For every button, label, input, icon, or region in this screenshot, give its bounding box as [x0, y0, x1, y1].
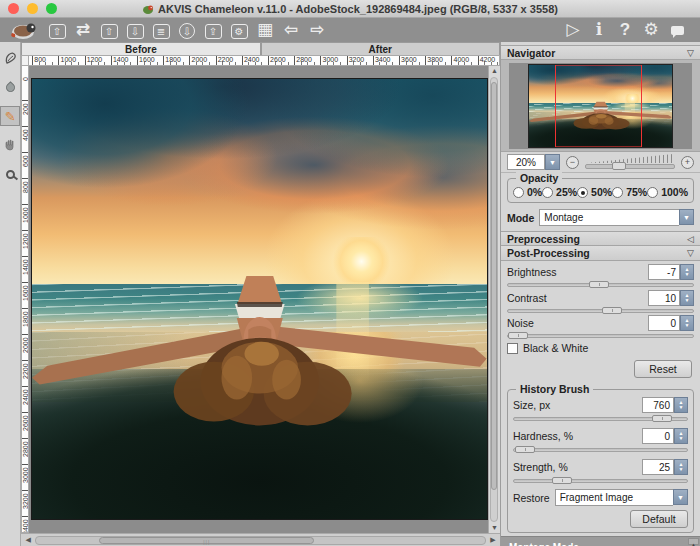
strength-stepper[interactable]: ▲▼ — [674, 459, 688, 475]
contrast-value[interactable]: 10 — [648, 290, 680, 306]
brightness-value[interactable]: -7 — [648, 264, 680, 280]
import-icon[interactable]: ⇩ — [174, 21, 200, 41]
preferences-icon[interactable]: ⚙ — [638, 20, 664, 40]
mode-dropdown-button[interactable]: ▼ — [679, 209, 694, 225]
zoom-in-button[interactable]: + — [681, 156, 694, 169]
opacity-radio-100[interactable]: 100% — [647, 186, 688, 198]
postprocessing-collapse-icon[interactable]: ▽ — [687, 248, 694, 258]
v-ruler-label: 2000 — [22, 337, 29, 361]
contrast-spinner[interactable]: 10 ▲▼ — [648, 290, 694, 306]
droplet-icon — [4, 81, 17, 94]
h-ruler-label: 2400 — [242, 56, 260, 66]
v-ruler-label: 3200 — [22, 493, 29, 517]
scroll-down-icon[interactable]: ▼ — [489, 523, 499, 533]
minimize-window-button[interactable] — [27, 3, 38, 14]
vertical-scrollbar[interactable]: ▲ ▼ — [488, 66, 500, 533]
strength-slider[interactable] — [513, 477, 688, 485]
noise-label: Noise — [507, 317, 534, 329]
undo-icon[interactable]: ⇦ — [278, 19, 304, 39]
history-brush-icon: ✎ — [5, 109, 16, 124]
export-fragment-icon[interactable]: ⇪ — [200, 21, 226, 41]
zoom-slider[interactable] — [585, 154, 675, 170]
zoom-value-field[interactable]: 20% — [507, 154, 545, 170]
brightness-label: Brightness — [507, 266, 557, 278]
size-value[interactable]: 760 — [642, 397, 674, 413]
mode-dropdown[interactable]: Montage ▼ — [539, 209, 694, 226]
brightness-stepper[interactable]: ▲▼ — [680, 264, 694, 280]
brightness-spinner[interactable]: -7 ▲▼ — [648, 264, 694, 280]
vertical-scroll-thumb[interactable] — [491, 82, 497, 490]
navigator-view-frame[interactable] — [555, 65, 642, 147]
reset-button[interactable]: Reset — [634, 360, 692, 378]
open-image-icon[interactable]: ⇧ — [44, 21, 70, 41]
zoom-dropdown-button[interactable]: ▼ — [545, 154, 560, 170]
guide-lines-icon[interactable]: ▦ — [252, 19, 278, 39]
hint-scroll-up-icon[interactable]: ▲ — [691, 539, 697, 546]
brightness-slider[interactable] — [507, 281, 694, 285]
size-stepper[interactable]: ▲▼ — [674, 397, 688, 413]
black-white-row: Black & White — [501, 338, 700, 356]
black-white-checkbox[interactable] — [507, 343, 518, 354]
size-spinner[interactable]: 760 ▲▼ — [642, 397, 688, 413]
noise-spinner[interactable]: 0 ▲▼ — [648, 315, 694, 331]
scroll-up-icon[interactable]: ▲ — [489, 66, 499, 76]
save-image-icon[interactable]: ⇩ — [122, 21, 148, 41]
horizontal-scroll-thumb[interactable] — [99, 537, 314, 544]
traffic-lights — [8, 3, 57, 14]
contrast-slider[interactable] — [507, 307, 694, 311]
hint-scrollbar[interactable]: ▲ ▼ — [688, 538, 699, 545]
redo-icon[interactable]: ⇨ — [304, 19, 330, 39]
zoom-slider-handle[interactable] — [612, 162, 626, 170]
open-fragment-icon[interactable]: ⇧ — [96, 21, 122, 41]
scroll-right-icon[interactable]: ▶ — [488, 535, 498, 545]
zoom-out-button[interactable]: − — [566, 156, 579, 169]
opacity-options: 0%25%50%75%100% — [513, 186, 688, 198]
horizontal-scrollbar[interactable]: ◀ ▶ — [21, 533, 500, 546]
hardness-spinner[interactable]: 0 ▲▼ — [642, 428, 688, 444]
smudge-tool[interactable] — [0, 48, 20, 68]
tab-after[interactable]: After — [261, 42, 500, 55]
close-window-button[interactable] — [8, 3, 19, 14]
hardness-slider[interactable] — [513, 446, 688, 454]
hardness-value[interactable]: 0 — [642, 428, 674, 444]
mode-label: Mode — [507, 212, 534, 224]
run-icon[interactable]: ▷ — [560, 20, 586, 40]
blur-tool[interactable] — [0, 77, 20, 97]
default-button[interactable]: Default — [630, 510, 688, 528]
noise-slider[interactable] — [507, 332, 694, 336]
history-brush-tool[interactable]: ✎ — [0, 106, 20, 126]
strength-value[interactable]: 25 — [642, 459, 674, 475]
feedback-icon[interactable] — [664, 21, 690, 41]
noise-value[interactable]: 0 — [648, 315, 680, 331]
contrast-stepper[interactable]: ▲▼ — [680, 290, 694, 306]
opacity-radio-25[interactable]: 25% — [542, 186, 577, 198]
noise-stepper[interactable]: ▲▼ — [680, 315, 694, 331]
size-slider[interactable] — [513, 415, 688, 423]
zoom-window-button[interactable] — [46, 3, 57, 14]
tab-before[interactable]: Before — [21, 42, 260, 55]
print-icon[interactable]: ≣ — [148, 21, 174, 41]
restore-dropdown-button[interactable]: ▼ — [673, 489, 688, 505]
opacity-radio-75[interactable]: 75% — [612, 186, 647, 198]
postprocessing-header[interactable]: Post-Processing ▽ — [501, 246, 700, 261]
navigator-title: Navigator — [507, 47, 555, 59]
info-icon[interactable]: ℹ — [586, 20, 612, 40]
hardness-stepper[interactable]: ▲▼ — [674, 428, 688, 444]
swap-images-icon[interactable]: ⇄ — [70, 19, 96, 39]
hand-tool[interactable] — [0, 135, 20, 155]
opacity-radio-50[interactable]: 50% — [577, 186, 612, 198]
scroll-left-icon[interactable]: ◀ — [23, 535, 33, 545]
preprocessing-collapse-icon[interactable]: ◁ — [687, 234, 694, 244]
image-canvas[interactable] — [29, 66, 488, 533]
batch-processing-icon[interactable]: ⚙ — [226, 21, 252, 41]
strength-spinner[interactable]: 25 ▲▼ — [642, 459, 688, 475]
opacity-radio-0[interactable]: 0% — [513, 186, 542, 198]
v-ruler-label: 200 — [22, 103, 29, 127]
help-icon[interactable]: ? — [612, 20, 638, 40]
navigator-preview[interactable] — [501, 60, 700, 152]
restore-dropdown[interactable]: Fragment Image ▼ — [555, 489, 688, 506]
zoom-tool[interactable] — [0, 164, 20, 184]
navigator-collapse-icon[interactable]: ▽ — [687, 48, 694, 58]
navigator-header[interactable]: Navigator ▽ — [501, 45, 700, 60]
preprocessing-header[interactable]: Preprocessing ◁ — [501, 231, 700, 246]
